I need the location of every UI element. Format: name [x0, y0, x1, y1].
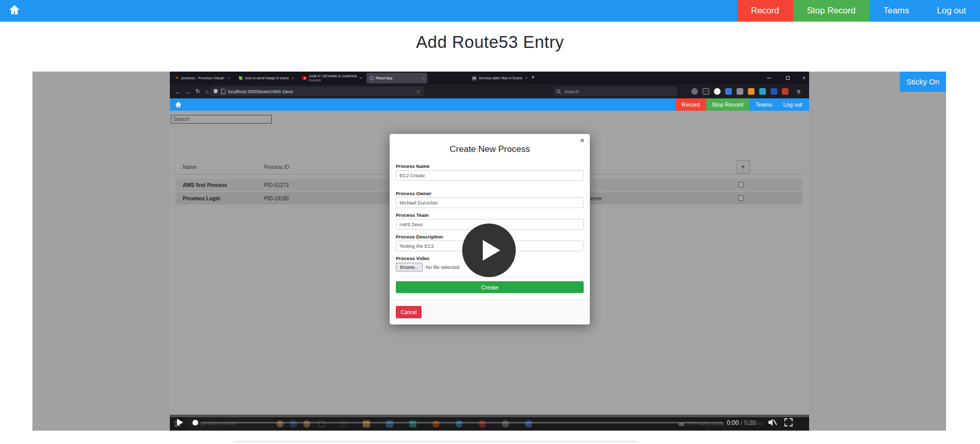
stop-record-button[interactable]: Stop Record — [793, 0, 870, 22]
process-owner-label: Process Owner — [396, 191, 431, 196]
teams-button[interactable]: Teams — [869, 0, 923, 22]
inner-logout-button: Log out — [779, 98, 806, 111]
sticky-toggle-button[interactable]: Sticky On — [900, 72, 946, 92]
hamburger-menu-icon: ≡ — [797, 84, 800, 98]
bookmark-star-icon: ☆ — [416, 89, 421, 94]
process-description-label: Process Description — [396, 234, 443, 240]
pocket-icon — [691, 88, 698, 95]
search-placeholder: Search — [564, 89, 579, 94]
process-video-label: Process Video — [396, 255, 429, 261]
extension-icons — [691, 88, 789, 95]
back-icon: ← — [175, 84, 181, 98]
extension-icon — [748, 88, 755, 95]
browser-tab-proxmox: × proxmox - Proxmox Virtual Env × — [172, 73, 233, 83]
page-title: Add Route53 Entry — [0, 32, 980, 52]
tab-title: React App — [376, 76, 419, 80]
page-info-icon — [221, 87, 225, 96]
extension-icon — [771, 88, 777, 95]
play-icon — [483, 240, 500, 261]
process-name-input — [396, 170, 584, 181]
video-scrubber-handle[interactable] — [192, 420, 198, 425]
fullscreen-icon[interactable] — [784, 418, 793, 429]
window-minimize-icon — [763, 72, 775, 84]
tab-close-icon: × — [227, 76, 230, 80]
window-restore-icon — [781, 72, 794, 84]
address-bar: localhost:3000/team/AWS Devs ☆ — [210, 87, 424, 96]
video-play-overlay-button[interactable] — [462, 224, 516, 277]
video-progress-track[interactable] — [201, 422, 723, 423]
inner-app-navbar: Record Stop Record Teams Log out — [170, 98, 809, 111]
extension-icon — [759, 88, 766, 95]
bottom-divider — [234, 441, 638, 442]
no-file-text: No file selected. — [426, 264, 461, 270]
logout-button[interactable]: Log out — [923, 0, 980, 22]
tab-title: Serving static files in Express — [479, 76, 522, 80]
browser-tab-youtube: code-fi / lofi beats to code/rela PLAYIN… — [300, 73, 365, 83]
video-time-display: 0:00 / 0:20 — [727, 419, 756, 426]
inner-home-icon — [175, 100, 182, 110]
url-text: localhost:3000/team/AWS Devs — [228, 89, 416, 94]
inner-record-button: Record — [675, 98, 706, 111]
browse-button: Browse... — [396, 263, 423, 271]
video-controls-bar: 0:00 / 0:20 — [170, 415, 809, 431]
browser-tab-react-app: React App × — [366, 73, 427, 83]
process-name-label: Process Name — [396, 163, 429, 169]
cancel-button: Cancel — [396, 306, 422, 318]
window-close-icon: × — [799, 72, 809, 84]
extension-icon — [725, 88, 732, 95]
process-team-label: Process Team — [396, 212, 429, 218]
react-icon — [369, 76, 374, 80]
tab-close-icon: × — [422, 76, 425, 80]
video-play-button[interactable] — [177, 419, 183, 426]
reload-icon: ↻ — [196, 84, 200, 98]
modal-close-icon: × — [580, 136, 584, 144]
main-navbar: Record Stop Record Teams Log out — [0, 0, 980, 22]
tab-title: how to send image in express js — [245, 76, 289, 80]
inner-stop-record-button: Stop Record — [706, 98, 749, 111]
browser-tab-express-static: EX Serving static files in Express × — [469, 73, 530, 83]
create-button: Create — [396, 281, 584, 293]
youtube-icon — [302, 76, 307, 80]
extension-icon — [714, 88, 721, 95]
playing-badge: PLAYING — [309, 78, 357, 82]
tab-close-icon: × — [291, 76, 294, 80]
browser-tabstrip: × proxmox - Proxmox Virtual Env × how to… — [170, 72, 809, 84]
tab-close-icon: × — [525, 76, 528, 80]
tab-title: code-fi / lofi beats to code/rela — [309, 74, 357, 78]
inner-teams-button: Teams — [750, 98, 777, 111]
browser-search-field: Search — [553, 87, 677, 96]
video-player[interactable]: × proxmox - Proxmox Virtual Env × how to… — [32, 72, 946, 431]
search-icon — [556, 87, 562, 96]
process-owner-input — [396, 197, 584, 208]
tab-title: proxmox - Proxmox Virtual Env — [181, 76, 225, 80]
modal-footer: Cancel — [390, 300, 590, 325]
proxmox-icon: × — [174, 76, 179, 80]
navbar-spacer — [31, 0, 737, 22]
shield-icon — [213, 87, 218, 96]
library-icon — [703, 88, 709, 95]
file-input: Browse... No file selected. — [396, 263, 461, 271]
browser-toolbar: ← → ↻ ⌂ localhost:3000/team/AWS Devs ☆ S… — [170, 84, 809, 98]
new-tab-icon: + — [531, 74, 535, 81]
modal-title: Create New Process — [390, 144, 590, 155]
home-icon — [9, 5, 20, 17]
extension-icon — [782, 88, 789, 95]
browser-tab-express-image: how to send image in express js × — [236, 73, 296, 83]
record-button[interactable]: Record — [737, 0, 793, 22]
browser-home-icon: ⌂ — [205, 84, 209, 98]
forward-icon: → — [185, 84, 191, 98]
home-link[interactable] — [0, 0, 31, 22]
extension-icon — [737, 88, 743, 95]
express-icon: EX — [472, 76, 477, 80]
volume-muted-icon[interactable] — [768, 418, 777, 429]
tab-close-icon: × — [359, 76, 362, 80]
leaf-icon — [238, 76, 243, 80]
